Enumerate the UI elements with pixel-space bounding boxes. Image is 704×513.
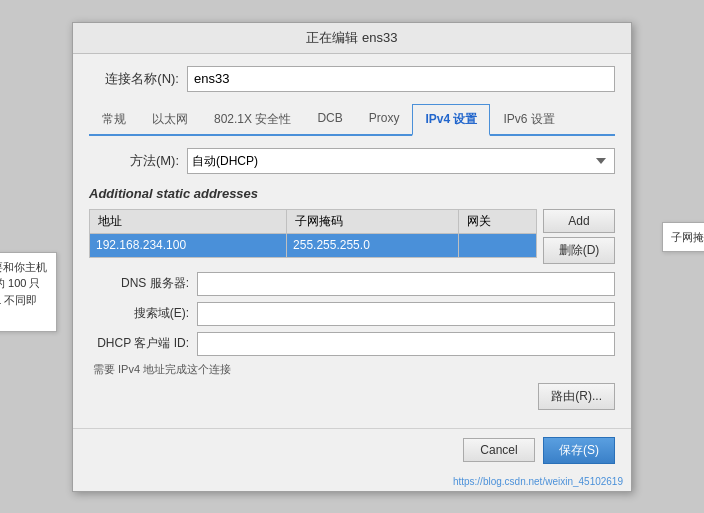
- cell-gateway: [458, 233, 536, 257]
- main-window: 正在编辑 ens33 连接名称(N): 常规 以太网 802.1X 安全性 DC…: [72, 22, 632, 492]
- watermark: https://blog.csdn.net/weixin_45102619: [453, 476, 623, 487]
- table-buttons: Add 删除(D): [543, 209, 615, 264]
- address-table-container: 地址 子网掩码 网关 192.168.234.100 255.255.255.0: [89, 209, 537, 262]
- route-btn-row: 路由(R)...: [89, 383, 615, 410]
- method-select[interactable]: 自动(DHCP): [187, 148, 615, 174]
- dhcp-id-label: DHCP 客户端 ID:: [89, 335, 189, 352]
- tab-security[interactable]: 802.1X 安全性: [201, 104, 304, 136]
- titlebar: 正在编辑 ens33: [73, 23, 631, 54]
- connection-name-label: 连接名称(N):: [89, 70, 179, 88]
- annotation-left: 192.168.234 这些要和你主机的字段一样，后面的 100 只要和 192…: [0, 252, 57, 332]
- col-mask: 子网掩码: [287, 209, 459, 233]
- search-domain-input[interactable]: [197, 302, 615, 326]
- delete-button[interactable]: 删除(D): [543, 237, 615, 264]
- tab-dcb[interactable]: DCB: [304, 104, 355, 136]
- save-button[interactable]: 保存(S): [543, 437, 615, 464]
- address-table: 地址 子网掩码 网关 192.168.234.100 255.255.255.0: [89, 209, 537, 258]
- connection-name-input[interactable]: [187, 66, 615, 92]
- tab-proxy[interactable]: Proxy: [356, 104, 413, 136]
- col-address: 地址: [90, 209, 287, 233]
- search-domain-row: 搜索域(E):: [89, 302, 615, 326]
- address-table-section: 地址 子网掩码 网关 192.168.234.100 255.255.255.0: [89, 209, 615, 264]
- tab-bar: 常规 以太网 802.1X 安全性 DCB Proxy IPv4 设置 IPv6…: [89, 102, 615, 136]
- tab-common[interactable]: 常规: [89, 104, 139, 136]
- dhcp-id-row: DHCP 客户端 ID:: [89, 332, 615, 356]
- connection-name-row: 连接名称(N):: [89, 66, 615, 92]
- titlebar-text: 正在编辑 ens33: [306, 30, 397, 45]
- tab-ipv6[interactable]: IPv6 设置: [490, 104, 567, 136]
- dns-row: DNS 服务器:: [89, 272, 615, 296]
- dns-input[interactable]: [197, 272, 615, 296]
- method-label: 方法(M):: [89, 152, 179, 170]
- add-button[interactable]: Add: [543, 209, 615, 233]
- route-button[interactable]: 路由(R)...: [538, 383, 615, 410]
- dhcp-id-input[interactable]: [197, 332, 615, 356]
- tab-ipv4[interactable]: IPv4 设置: [412, 104, 490, 136]
- cancel-button[interactable]: Cancel: [463, 438, 535, 462]
- footer: Cancel 保存(S): [73, 428, 631, 474]
- tab-ethernet[interactable]: 以太网: [139, 104, 201, 136]
- dns-label: DNS 服务器:: [89, 275, 189, 292]
- hint-text: 需要 IPv4 地址完成这个连接: [89, 362, 615, 377]
- search-domain-label: 搜索域(E):: [89, 305, 189, 322]
- method-row: 方法(M): 自动(DHCP): [89, 148, 615, 174]
- cell-mask: 255.255.255.0: [287, 233, 459, 257]
- annotation-right: 子网掩码只有这一个↵: [662, 222, 704, 253]
- table-row[interactable]: 192.168.234.100 255.255.255.0: [90, 233, 537, 257]
- col-gateway: 网关: [458, 209, 536, 233]
- section-title: Additional static addresses: [89, 186, 615, 201]
- cell-address: 192.168.234.100: [90, 233, 287, 257]
